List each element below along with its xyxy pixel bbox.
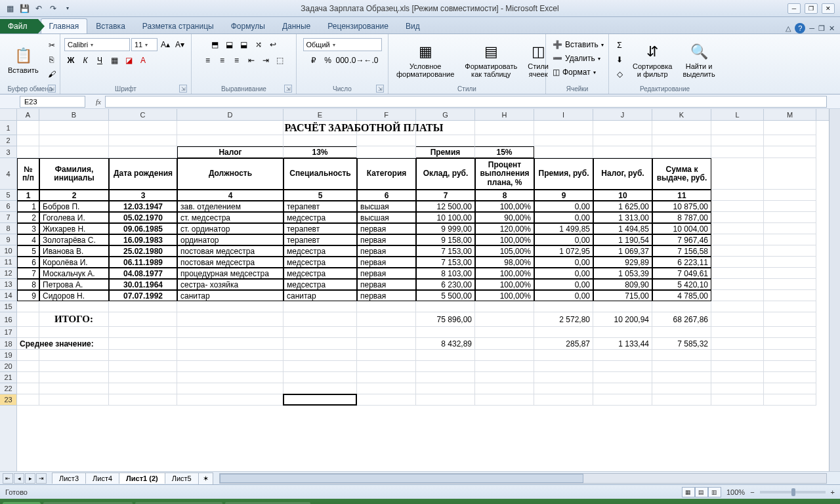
cell[interactable] bbox=[109, 350, 177, 361]
cell[interactable] bbox=[357, 338, 416, 350]
delete-cells-button[interactable]: ➖Удалить▾ bbox=[550, 52, 603, 65]
cut-icon[interactable]: ✂ bbox=[45, 39, 58, 52]
cell[interactable]: санитар bbox=[284, 290, 357, 301]
copy-icon[interactable]: ⎘ bbox=[45, 53, 58, 66]
cell[interactable] bbox=[711, 301, 764, 312]
cell[interactable]: постовая медсестра bbox=[177, 245, 284, 257]
cell[interactable]: первая bbox=[357, 223, 416, 234]
restore-button[interactable]: ❐ bbox=[805, 3, 818, 14]
cell[interactable]: 30.01.1964 bbox=[109, 279, 177, 290]
cell[interactable] bbox=[764, 301, 816, 312]
cell[interactable]: процедурная медсестра bbox=[177, 268, 284, 279]
cell[interactable] bbox=[711, 190, 764, 201]
cell[interactable] bbox=[177, 383, 284, 394]
ribbon-tab-2[interactable]: Разметка страницы bbox=[134, 18, 222, 33]
cell[interactable] bbox=[17, 372, 39, 383]
cell[interactable] bbox=[711, 201, 764, 212]
cell[interactable]: 1 072,95 bbox=[534, 245, 593, 257]
cell[interactable] bbox=[711, 212, 764, 223]
tab-nav-last[interactable]: ⇥ bbox=[36, 473, 47, 484]
cell[interactable]: 7 153,00 bbox=[416, 257, 475, 268]
cell[interactable] bbox=[534, 394, 593, 406]
cell[interactable] bbox=[109, 135, 177, 146]
cell[interactable] bbox=[284, 383, 357, 394]
row-header-15[interactable]: 15 bbox=[0, 301, 16, 312]
cell[interactable] bbox=[357, 146, 416, 158]
cell[interactable]: Премия bbox=[416, 146, 475, 158]
cell[interactable]: 75 896,00 bbox=[416, 312, 475, 327]
orientation-icon[interactable]: ⤭ bbox=[252, 38, 265, 51]
cell[interactable]: № п/п bbox=[17, 158, 39, 190]
cell[interactable]: 8 432,89 bbox=[416, 338, 475, 350]
cell[interactable]: 0,00 bbox=[534, 290, 593, 301]
cell[interactable] bbox=[177, 338, 284, 350]
cell[interactable]: 1 494,85 bbox=[593, 223, 652, 234]
format-cells-button[interactable]: ◫Формат▾ bbox=[550, 66, 598, 79]
fill-color-icon[interactable]: ◪ bbox=[122, 54, 135, 67]
cell[interactable]: 4 bbox=[177, 190, 284, 201]
cell[interactable]: 1 133,44 bbox=[593, 338, 652, 350]
cell[interactable]: терапевт bbox=[284, 223, 357, 234]
cell[interactable]: 10 200,94 bbox=[593, 312, 652, 327]
cell[interactable] bbox=[39, 361, 109, 372]
cell[interactable] bbox=[764, 338, 816, 350]
cell[interactable] bbox=[764, 257, 816, 268]
cell[interactable] bbox=[711, 383, 764, 394]
cell[interactable] bbox=[711, 158, 764, 190]
cell[interactable]: 0,00 bbox=[534, 212, 593, 223]
font-size-combo[interactable]: 11▾ bbox=[131, 38, 158, 51]
sort-filter-button[interactable]: ⇵Сортировка и фильтр bbox=[629, 40, 676, 79]
row-header-2[interactable]: 2 bbox=[0, 135, 16, 146]
cell[interactable] bbox=[17, 135, 39, 146]
cell[interactable] bbox=[534, 372, 593, 383]
cell[interactable]: 120,00% bbox=[475, 223, 534, 234]
ribbon-tab-4[interactable]: Данные bbox=[274, 18, 319, 33]
cell[interactable]: 100,00% bbox=[475, 268, 534, 279]
cell[interactable] bbox=[652, 394, 711, 406]
cell[interactable] bbox=[593, 383, 652, 394]
align-middle-icon[interactable]: ⬓ bbox=[223, 38, 236, 51]
cell[interactable] bbox=[17, 394, 39, 406]
row-header-21[interactable]: 21 bbox=[0, 372, 16, 383]
cell[interactable]: санитар bbox=[177, 290, 284, 301]
align-right-icon[interactable]: ≡ bbox=[230, 54, 243, 67]
vertical-scrollbar[interactable] bbox=[829, 109, 840, 471]
cell[interactable] bbox=[284, 372, 357, 383]
sheet-tab[interactable]: Лист3 bbox=[52, 472, 86, 484]
cell[interactable]: 1 069,37 bbox=[593, 245, 652, 257]
formula-bar[interactable] bbox=[105, 96, 827, 108]
cell[interactable]: ст. ординатор bbox=[177, 223, 284, 234]
cell[interactable]: 9 bbox=[17, 290, 39, 301]
cell[interactable] bbox=[416, 327, 475, 338]
cell[interactable] bbox=[764, 245, 816, 257]
sheet-tab[interactable]: Лист1 (2) bbox=[119, 472, 165, 484]
fx-icon[interactable]: fx bbox=[96, 98, 101, 106]
cell[interactable]: 809,90 bbox=[593, 279, 652, 290]
cell[interactable]: 9 999,00 bbox=[416, 223, 475, 234]
cell[interactable]: 11 bbox=[652, 190, 711, 201]
cell[interactable] bbox=[764, 383, 816, 394]
cell[interactable] bbox=[711, 327, 764, 338]
alignment-launcher[interactable]: ⇲ bbox=[284, 85, 292, 93]
ribbon-tab-0[interactable]: Главная bbox=[41, 18, 88, 33]
cell[interactable] bbox=[109, 146, 177, 158]
cell[interactable] bbox=[475, 361, 534, 372]
cell[interactable]: 09.06.1985 bbox=[109, 223, 177, 234]
cell[interactable] bbox=[593, 301, 652, 312]
start-button[interactable]: ⊞пуск bbox=[3, 502, 41, 505]
sheet-tab[interactable]: Лист4 bbox=[85, 472, 119, 484]
cell[interactable]: зав. отделением bbox=[177, 201, 284, 212]
cell[interactable]: сестра- хозяйка bbox=[177, 279, 284, 290]
cell[interactable] bbox=[593, 372, 652, 383]
file-tab[interactable]: Файл bbox=[0, 19, 38, 33]
cell[interactable]: 6 223,11 bbox=[652, 257, 711, 268]
cell[interactable]: 2 bbox=[17, 212, 39, 223]
cell[interactable] bbox=[652, 135, 711, 146]
cell[interactable]: 10 875,00 bbox=[652, 201, 711, 212]
tab-nav-prev[interactable]: ◂ bbox=[14, 473, 24, 484]
align-bottom-icon[interactable]: ⬓ bbox=[238, 38, 251, 51]
cell[interactable]: Дата рождения bbox=[109, 158, 177, 190]
cell[interactable] bbox=[534, 146, 593, 158]
cell[interactable] bbox=[177, 350, 284, 361]
underline-button[interactable]: Ч bbox=[93, 54, 106, 67]
